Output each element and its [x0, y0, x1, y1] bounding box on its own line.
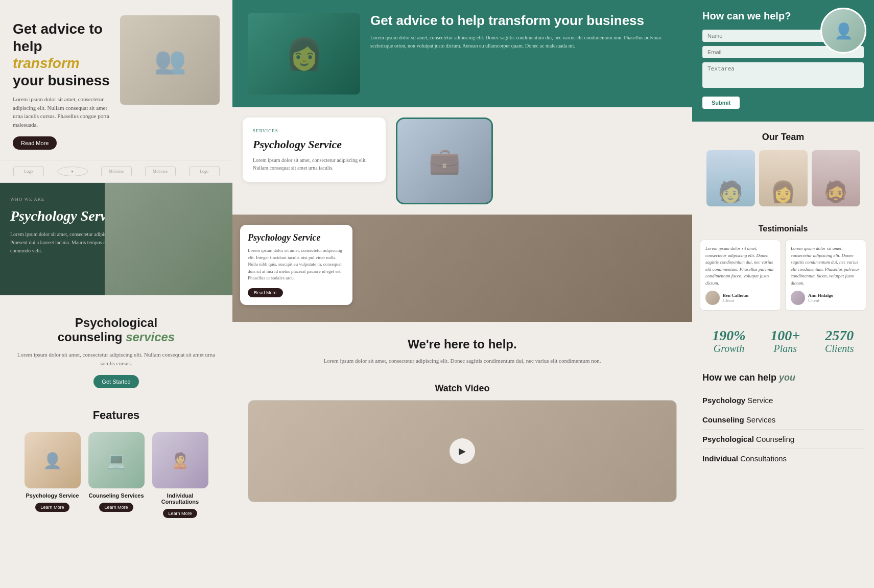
feature-image-1: 👤 — [25, 432, 81, 488]
hero-text-col1: Get advice to help transform your busine… — [13, 15, 112, 150]
testimonials-row: Lorem ipsum dolor sit amet, consectetur … — [700, 240, 866, 311]
feature-btn-3[interactable]: Learn More — [163, 509, 197, 518]
stat-number-growth: 190% — [712, 328, 745, 343]
psych-read-more-button[interactable]: Read More — [248, 288, 283, 297]
feature-image-3: 🙎 — [152, 432, 208, 488]
how-help-block: How we can help you Psychology Service C… — [692, 365, 874, 476]
feature-name-3: Individual Consultations — [151, 492, 209, 505]
testimonial-author-2: Ann Hidalgo Client — [791, 291, 861, 305]
testimonial-text-1: Lorem ipsum dolor sit amet, consectetur … — [705, 245, 775, 287]
feature-image-2: 💻 — [88, 432, 145, 488]
play-button[interactable]: ▶ — [450, 438, 475, 464]
hero-teal-body: Lorem ipsum dolor sit amet, consectetur … — [370, 34, 677, 50]
help-item-bold-4: Individual — [702, 454, 740, 463]
page-wrapper: Get advice to help transform your busine… — [0, 0, 874, 538]
stat-label-clients: Clients — [825, 343, 854, 355]
psych-overlay-body: Lorem ipsum dolor sit amet, consectetur … — [248, 247, 345, 282]
help-item-bold-2: Counseling — [702, 415, 746, 424]
bottom-spacer-col1 — [0, 528, 232, 538]
how-help-title: How we can help you — [702, 372, 864, 383]
help-section: We're here to help. Lorem ipsum dolor si… — [232, 322, 692, 375]
stat-label-growth: Growth — [712, 343, 745, 355]
help-list-item-3: Psychological Counseling — [702, 430, 864, 449]
feature-name-1: Psychology Service — [23, 492, 82, 499]
bottom-spacer-col2 — [232, 510, 692, 520]
stat-number-clients: 2570 — [825, 328, 854, 343]
form-textarea-field[interactable] — [702, 62, 864, 90]
features-grid: 👤 Psychology Service Learn More 💻 Counse… — [8, 432, 225, 518]
help-form-block: 👤 How can we help? Submit — [692, 0, 874, 122]
author-role-1: Client — [723, 298, 748, 303]
hero-image-col1: 👥 — [120, 15, 220, 105]
watch-video-section: Watch Video ▶ — [232, 375, 692, 510]
feature-btn-2[interactable]: Learn More — [99, 503, 133, 512]
service-img-card: 💼 — [396, 117, 493, 204]
psych-img-area: Psychology Service Lorem ipsum dolor sit… — [232, 215, 692, 322]
help-item-normal-1: Service — [747, 396, 773, 405]
features-section: Features 👤 Psychology Service Learn More… — [0, 398, 232, 528]
help-item-normal-3: Counseling — [756, 435, 794, 443]
bottom-spacer-col3 — [692, 476, 874, 486]
avatar-circle: 👤 — [820, 8, 866, 54]
help-item-normal-2: Services — [746, 415, 776, 424]
logo-item: Mobirise — [145, 167, 176, 176]
stats-block: 190% Growth 100+ Plans 2570 Clients — [692, 318, 874, 365]
stat-growth: 190% Growth — [712, 328, 745, 355]
logo-item: Logo — [189, 167, 220, 176]
author-name-1: Ben Calhoun — [723, 293, 748, 298]
submit-button[interactable]: Submit — [702, 97, 740, 109]
message-textarea[interactable] — [702, 62, 864, 88]
author-role-2: Client — [808, 298, 833, 303]
testimonial-card-2: Lorem ipsum dolor sit amet, consectetur … — [785, 240, 866, 311]
sitting-group-bg — [105, 183, 232, 295]
stat-clients: 2570 Clients — [825, 328, 854, 355]
help-item-bold-1: Psychology — [702, 396, 747, 405]
testimonial-author-1: Ben Calhoun Client — [705, 291, 775, 305]
how-help-title-accent: you — [779, 372, 795, 383]
service-card-body: Lorem ipsum dolor sit amet, consectetur … — [253, 156, 375, 172]
read-more-button[interactable]: Read More — [13, 136, 57, 150]
logos-row: Logo ● Mobirise Mobirise Logo — [0, 160, 232, 183]
column-3: 👤 How can we help? Submit Our Team 🧑 — [692, 0, 874, 538]
psych-dark-block: WHO WE ARE Psychology Service Lorem ipsu… — [0, 183, 232, 295]
feature-card-2: 💻 Counseling Services Learn More — [87, 432, 146, 518]
column-1: Get advice to help transform your busine… — [0, 0, 232, 538]
feature-btn-1[interactable]: Learn More — [35, 503, 69, 512]
counseling-section: Psychological counseling services Lorem … — [0, 295, 232, 398]
features-title: Features — [8, 409, 225, 422]
team-member-2: 👩 — [759, 150, 808, 206]
psych-overlay-title: Psychology Service — [248, 232, 345, 243]
how-help-title-pre: How we can help — [702, 372, 779, 383]
watch-video-title: Watch Video — [248, 383, 677, 394]
service-info-card: SERVICES Psychology Service Lorem ipsum … — [243, 117, 386, 182]
testimonial-text-2: Lorem ipsum dolor sit amet, consectetur … — [791, 245, 861, 287]
stat-number-plans: 100+ — [770, 328, 800, 343]
author-info-1: Ben Calhoun Client — [723, 293, 748, 303]
feature-card-3: 🙎 Individual Consultations Learn More — [151, 432, 209, 518]
author-info-2: Ann Hidalgo Client — [808, 293, 833, 303]
hero-teal-block: 👩 Get advice to help transform your busi… — [232, 0, 692, 107]
help-item-bold-3: Psychological — [702, 435, 756, 443]
help-list-item-2: Counseling Services — [702, 410, 864, 430]
stat-plans: 100+ Plans — [770, 328, 800, 355]
logo-item: Mobirise — [101, 167, 132, 176]
services-card-area: SERVICES Psychology Service Lorem ipsum … — [232, 107, 692, 215]
testimonial-card-1: Lorem ipsum dolor sit amet, consectetur … — [700, 240, 781, 311]
feature-card-1: 👤 Psychology Service Learn More — [23, 432, 82, 518]
help-body: Lorem ipsum dolor sit amet, consectetur … — [248, 357, 677, 365]
hero-teal-image: 👩 — [248, 13, 360, 95]
hero-block-col1: Get advice to help transform your busine… — [0, 0, 232, 160]
our-team-block: Our Team 🧑 👩 🧔 — [692, 122, 874, 217]
hero-headline: Get advice to help transform your busine… — [13, 20, 112, 89]
logo-item: Logo — [13, 167, 44, 176]
logo-item: ● — [57, 167, 88, 176]
column-2: 👩 Get advice to help transform your busi… — [232, 0, 692, 538]
services-label: SERVICES — [253, 128, 375, 135]
feature-name-2: Counseling Services — [87, 492, 146, 499]
testimonials-title: Testimonials — [700, 224, 866, 233]
service-card-title: Psychology Service — [253, 138, 375, 151]
author-avatar-2 — [791, 291, 805, 305]
help-item-normal-4: Consultations — [740, 454, 787, 463]
get-started-button[interactable]: Get Started — [93, 375, 138, 388]
help-title: We're here to help. — [248, 337, 677, 351]
